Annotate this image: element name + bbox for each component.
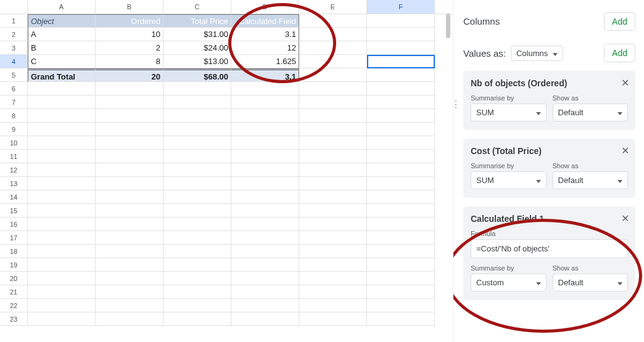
cell-blank[interactable] <box>96 163 163 177</box>
cell-label[interactable]: B <box>28 41 96 55</box>
cell-blank[interactable] <box>28 285 96 299</box>
cell-blank[interactable] <box>367 218 435 231</box>
cell-blank[interactable] <box>367 163 435 177</box>
cell-blank[interactable] <box>299 258 367 272</box>
cell-blank[interactable] <box>163 163 231 177</box>
cell-blank[interactable] <box>231 123 299 136</box>
cell-blank[interactable] <box>231 218 299 231</box>
cell-blank[interactable] <box>96 123 163 136</box>
col-header-F[interactable]: F <box>367 0 435 14</box>
cell-blank[interactable] <box>299 123 367 136</box>
drag-handle-icon[interactable]: ⋮⋮ <box>453 99 460 110</box>
cell-blank[interactable] <box>28 136 96 150</box>
row-header[interactable]: 8 <box>0 109 28 123</box>
cell-ordered[interactable]: 8 <box>96 55 163 68</box>
cell-blank[interactable] <box>163 258 231 272</box>
cell-totalprice[interactable]: $24.00 <box>163 41 231 55</box>
showas-select[interactable]: Default <box>553 274 629 291</box>
cell-blank[interactable] <box>367 258 435 272</box>
cell-blank[interactable] <box>367 272 435 285</box>
cell-blank[interactable] <box>96 312 163 326</box>
cell-blank[interactable] <box>28 258 96 272</box>
add-values-button[interactable]: Add <box>604 44 635 62</box>
col-header-E[interactable]: E <box>299 0 367 14</box>
cell-blank[interactable] <box>299 41 367 55</box>
cell-blank[interactable] <box>299 285 367 299</box>
cell-blank[interactable] <box>231 177 299 190</box>
cell-blank[interactable] <box>367 177 435 190</box>
cell-blank[interactable] <box>367 190 435 204</box>
cell-blank[interactable] <box>299 312 367 326</box>
cell-blank[interactable] <box>299 109 367 123</box>
cell-blank[interactable] <box>299 82 367 96</box>
cell-blank[interactable] <box>367 109 435 123</box>
row-header[interactable]: 14 <box>0 190 28 204</box>
cell-blank[interactable] <box>28 299 96 312</box>
cell-blank[interactable] <box>367 41 435 55</box>
row-header[interactable]: 9 <box>0 123 28 136</box>
cell-blank[interactable] <box>231 272 299 285</box>
cell-blank[interactable] <box>367 82 435 96</box>
cell-blank[interactable] <box>163 204 231 218</box>
cell-blank[interactable] <box>299 299 367 312</box>
cell-blank[interactable] <box>163 312 231 326</box>
cell-blank[interactable] <box>299 245 367 258</box>
cell-blank[interactable] <box>299 190 367 204</box>
cell-grandtotal-label[interactable]: Grand Total <box>28 68 96 82</box>
row-header[interactable]: 17 <box>0 231 28 245</box>
cell-blank[interactable] <box>299 68 367 82</box>
cell-grid[interactable]: 1ObjectOrderedTotal PriceCalculated Fiel… <box>0 14 453 326</box>
row-header[interactable]: 15 <box>0 204 28 218</box>
cell-blank[interactable] <box>96 218 163 231</box>
cell-blank[interactable] <box>28 150 96 163</box>
summarise-select[interactable]: SUM <box>471 104 547 121</box>
cell-blank[interactable] <box>367 136 435 150</box>
cell-grandtotal-calc[interactable]: 3.1 <box>231 68 299 82</box>
cell-blank[interactable] <box>96 285 163 299</box>
cell-label[interactable]: C <box>28 55 96 68</box>
cell-ordered[interactable]: 10 <box>96 28 163 41</box>
col-header-B[interactable]: B <box>96 0 163 14</box>
cell-blank[interactable] <box>28 82 96 96</box>
cell-blank[interactable] <box>299 136 367 150</box>
cell-blank[interactable] <box>96 231 163 245</box>
cell-blank[interactable] <box>96 245 163 258</box>
cell-blank[interactable] <box>28 204 96 218</box>
col-header-A[interactable]: A <box>28 0 96 14</box>
add-columns-button[interactable]: Add <box>604 12 635 31</box>
cell-blank[interactable] <box>367 150 435 163</box>
cell-blank[interactable] <box>28 312 96 326</box>
cell-blank[interactable] <box>28 272 96 285</box>
row-header[interactable]: 19 <box>0 258 28 272</box>
cell-blank[interactable] <box>367 55 435 68</box>
cell-blank[interactable] <box>299 272 367 285</box>
formula-input[interactable] <box>471 239 628 258</box>
row-header[interactable]: 20 <box>0 272 28 285</box>
row-header[interactable]: 16 <box>0 218 28 231</box>
row-header[interactable]: 5 <box>0 68 28 82</box>
summarise-select[interactable]: Custom <box>471 274 547 291</box>
cell-label[interactable]: A <box>28 28 96 41</box>
cell-blank[interactable] <box>231 299 299 312</box>
cell-blank[interactable] <box>367 245 435 258</box>
cell-blank[interactable] <box>163 190 231 204</box>
vertical-scrollbar[interactable] <box>446 14 450 38</box>
cell-blank[interactable] <box>299 14 367 28</box>
cell-blank[interactable] <box>163 82 231 96</box>
cell-blank[interactable] <box>367 204 435 218</box>
row-header[interactable]: 7 <box>0 96 28 109</box>
cell-blank[interactable] <box>299 150 367 163</box>
cell-blank[interactable] <box>28 96 96 109</box>
cell-blank[interactable] <box>367 123 435 136</box>
cell-blank[interactable] <box>231 245 299 258</box>
cell-blank[interactable] <box>96 272 163 285</box>
cell-blank[interactable] <box>28 245 96 258</box>
cell-blank[interactable] <box>28 123 96 136</box>
cell-blank[interactable] <box>96 136 163 150</box>
row-header[interactable]: 2 <box>0 28 28 41</box>
close-icon[interactable]: ✕ <box>621 77 629 89</box>
cell-blank[interactable] <box>28 231 96 245</box>
cell-blank[interactable] <box>367 14 435 28</box>
row-header[interactable]: 18 <box>0 245 28 258</box>
cell-blank[interactable] <box>299 204 367 218</box>
